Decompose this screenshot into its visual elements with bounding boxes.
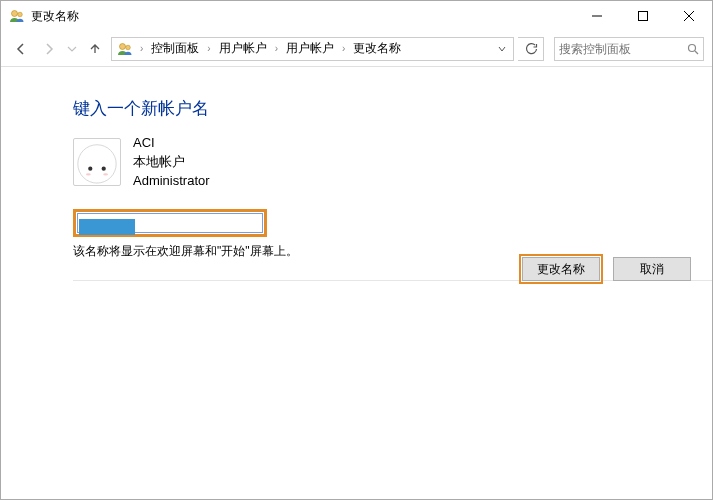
chevron-right-icon[interactable]: › — [273, 43, 280, 54]
address-bar[interactable]: › 控制面板 › 用户帐户 › 用户帐户 › 更改名称 — [111, 37, 514, 61]
window-title: 更改名称 — [31, 8, 79, 25]
user-accounts-icon — [116, 40, 134, 58]
chevron-right-icon[interactable]: › — [205, 43, 212, 54]
svg-point-7 — [126, 45, 131, 50]
toolbar: › 控制面板 › 用户帐户 › 用户帐户 › 更改名称 — [1, 31, 712, 67]
search-box[interactable] — [554, 37, 704, 61]
account-type: 本地帐户 — [133, 153, 210, 172]
account-info: ACI 本地帐户 Administrator — [73, 134, 712, 191]
svg-point-12 — [102, 167, 106, 171]
svg-point-14 — [103, 174, 108, 176]
cancel-button[interactable]: 取消 — [613, 257, 691, 281]
app-icon — [9, 8, 25, 24]
minimize-button[interactable] — [574, 1, 620, 31]
account-role: Administrator — [133, 172, 210, 191]
page-heading: 键入一个新帐户名 — [73, 97, 712, 120]
change-name-button[interactable]: 更改名称 — [522, 257, 600, 281]
button-row: 更改名称 取消 — [519, 254, 691, 284]
chevron-right-icon[interactable]: › — [340, 43, 347, 54]
forward-button[interactable] — [37, 37, 61, 61]
address-dropdown-icon[interactable] — [493, 45, 511, 53]
svg-point-6 — [120, 43, 126, 49]
breadcrumb-level3[interactable]: 更改名称 — [349, 38, 405, 60]
breadcrumb-level1[interactable]: 用户帐户 — [215, 38, 271, 60]
account-name: ACI — [133, 134, 210, 153]
maximize-button[interactable] — [620, 1, 666, 31]
chevron-right-icon[interactable]: › — [138, 43, 145, 54]
search-icon[interactable] — [687, 43, 699, 55]
up-button[interactable] — [83, 37, 107, 61]
svg-point-13 — [86, 174, 91, 176]
titlebar: 更改名称 — [1, 1, 712, 31]
back-button[interactable] — [9, 37, 33, 61]
refresh-button[interactable] — [518, 37, 544, 61]
recent-dropdown[interactable] — [65, 37, 79, 61]
svg-point-11 — [88, 167, 92, 171]
primary-button-highlight: 更改名称 — [519, 254, 603, 284]
breadcrumb-level2[interactable]: 用户帐户 — [282, 38, 338, 60]
svg-line-9 — [695, 51, 698, 54]
breadcrumb-root[interactable]: 控制面板 — [147, 38, 203, 60]
svg-point-10 — [78, 145, 116, 183]
search-input[interactable] — [559, 42, 699, 56]
window-controls — [574, 1, 712, 31]
svg-point-1 — [18, 12, 23, 17]
avatar — [73, 138, 121, 186]
content-area: 键入一个新帐户名 ACI 本地帐户 Administrator 该名称将显示在欢… — [1, 67, 712, 281]
svg-point-0 — [12, 11, 18, 17]
redacted-value — [79, 219, 135, 235]
svg-point-8 — [689, 44, 696, 51]
close-button[interactable] — [666, 1, 712, 31]
svg-rect-3 — [639, 12, 648, 21]
